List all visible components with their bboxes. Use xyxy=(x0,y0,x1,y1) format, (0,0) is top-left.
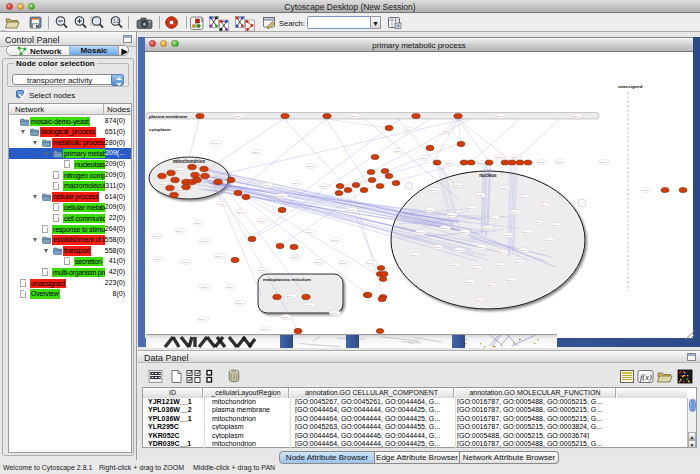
svg-text:GO te…: GO te… xyxy=(367,262,376,265)
svg-text:GO te…: GO te… xyxy=(227,286,236,289)
svg-text:GO te…: GO te… xyxy=(287,295,296,298)
svg-text:GO te…: GO te… xyxy=(478,246,487,249)
svg-text:GO te…: GO te… xyxy=(201,240,210,243)
svg-text:GO te…: GO te… xyxy=(448,214,457,217)
svg-text:GO te…: GO te… xyxy=(182,261,191,264)
svg-text:GO te…: GO te… xyxy=(258,220,267,223)
svg-text:endoplasmic reticulum: endoplasmic reticulum xyxy=(263,277,311,282)
svg-text:GO te…: GO te… xyxy=(534,221,543,224)
svg-text:cytoplasm: cytoplasm xyxy=(149,127,171,132)
svg-text:GO te…: GO te… xyxy=(520,249,529,252)
svg-text:GO te…: GO te… xyxy=(201,286,210,289)
svg-text:GO te…: GO te… xyxy=(476,194,485,197)
svg-text:GO te…: GO te… xyxy=(484,227,493,230)
svg-text:GO te…: GO te… xyxy=(351,115,360,118)
svg-text:GO te…: GO te… xyxy=(307,165,316,168)
svg-text:GO te…: GO te… xyxy=(332,239,341,242)
svg-text:GO te…: GO te… xyxy=(153,235,162,238)
svg-text:GO te…: GO te… xyxy=(340,262,349,265)
svg-text:GO te…: GO te… xyxy=(441,227,450,230)
svg-text:GO te…: GO te… xyxy=(451,264,460,267)
svg-text:GO te…: GO te… xyxy=(253,151,262,154)
svg-text:GO te…: GO te… xyxy=(491,217,500,220)
svg-text:GO te…: GO te… xyxy=(538,161,547,164)
svg-text:GO te…: GO te… xyxy=(292,256,301,259)
svg-text:GO te…: GO te… xyxy=(259,269,268,272)
svg-text:GO te…: GO te… xyxy=(236,302,245,305)
svg-text:GO te…: GO te… xyxy=(466,281,475,284)
svg-text:GO te…: GO te… xyxy=(434,246,443,249)
svg-text:GO te…: GO te… xyxy=(278,195,287,198)
svg-text:GO te…: GO te… xyxy=(212,142,221,145)
svg-text:GO te…: GO te… xyxy=(263,184,272,187)
svg-text:GO te…: GO te… xyxy=(521,196,530,199)
svg-text:nucleus: nucleus xyxy=(479,173,497,178)
svg-text:GO te…: GO te… xyxy=(552,224,561,227)
svg-text:GO te…: GO te… xyxy=(474,267,483,270)
svg-text:GO te…: GO te… xyxy=(320,185,329,188)
svg-text:GO te…: GO te… xyxy=(195,222,204,225)
svg-text:GO te…: GO te… xyxy=(348,209,357,212)
svg-text:GO te…: GO te… xyxy=(461,231,470,234)
svg-text:GO te…: GO te… xyxy=(293,182,302,185)
svg-text:GO te…: GO te… xyxy=(488,284,497,287)
svg-text:GO te…: GO te… xyxy=(406,129,415,132)
svg-text:GO te…: GO te… xyxy=(421,157,430,160)
svg-text:GO te…: GO te… xyxy=(446,162,455,165)
svg-text:GO te…: GO te… xyxy=(600,161,609,164)
svg-text:GO te…: GO te… xyxy=(417,231,426,234)
svg-text:GO te…: GO te… xyxy=(444,130,453,133)
svg-text:GO te…: GO te… xyxy=(573,115,582,118)
svg-text:GO te…: GO te… xyxy=(556,161,565,164)
svg-text:plasma membrane: plasma membrane xyxy=(149,114,188,119)
svg-text:GO te…: GO te… xyxy=(235,115,244,118)
svg-text:GO te…: GO te… xyxy=(176,230,185,233)
svg-text:GO te…: GO te… xyxy=(218,203,227,206)
svg-text:GO te…: GO te… xyxy=(282,316,291,319)
svg-text:GO te…: GO te… xyxy=(431,189,440,192)
svg-text:GO te…: GO te… xyxy=(306,304,315,307)
svg-text:GO te…: GO te… xyxy=(331,312,340,315)
svg-text:GO te…: GO te… xyxy=(468,207,477,210)
svg-text:GO te…: GO te… xyxy=(454,184,463,187)
svg-text:GO te…: GO te… xyxy=(496,115,505,118)
svg-text:GO te…: GO te… xyxy=(456,249,465,252)
svg-text:GO te…: GO te… xyxy=(524,231,533,234)
svg-text:GO te…: GO te… xyxy=(511,211,520,214)
svg-text:GO te…: GO te… xyxy=(237,211,246,214)
svg-text:mitochondrion: mitochondrion xyxy=(173,159,205,164)
svg-text:GO te…: GO te… xyxy=(306,231,315,234)
svg-text:GO te…: GO te… xyxy=(546,239,555,242)
svg-text:f(x): f(x) xyxy=(640,372,652,382)
svg-text:GO te…: GO te… xyxy=(476,299,485,302)
svg-text:GO te…: GO te… xyxy=(261,328,270,331)
svg-text:GO te…: GO te… xyxy=(501,187,510,190)
svg-text:GO te…: GO te… xyxy=(411,254,420,257)
svg-text:GO te…: GO te… xyxy=(642,189,651,192)
svg-text:GO te…: GO te… xyxy=(154,258,163,261)
svg-text:GO te…: GO te… xyxy=(516,261,525,264)
svg-text:GO te…: GO te… xyxy=(496,156,505,159)
svg-text:GO te…: GO te… xyxy=(512,156,521,159)
svg-text:unassigned: unassigned xyxy=(618,84,643,89)
svg-text:GO te…: GO te… xyxy=(504,234,513,237)
svg-text:GO te…: GO te… xyxy=(508,279,517,282)
svg-text:GO te…: GO te… xyxy=(541,204,550,207)
svg-text:GO te…: GO te… xyxy=(499,251,508,254)
svg-text:GO te…: GO te… xyxy=(426,209,435,212)
svg-text:GO te…: GO te… xyxy=(176,169,185,172)
svg-text:GO te…: GO te… xyxy=(395,150,404,153)
svg-text:GO te…: GO te… xyxy=(216,255,225,258)
svg-text:GO te…: GO te… xyxy=(199,318,208,321)
svg-text:GO te…: GO te… xyxy=(496,264,505,267)
svg-text:GO te…: GO te… xyxy=(315,261,324,264)
svg-text:1:1: 1:1 xyxy=(113,19,120,24)
